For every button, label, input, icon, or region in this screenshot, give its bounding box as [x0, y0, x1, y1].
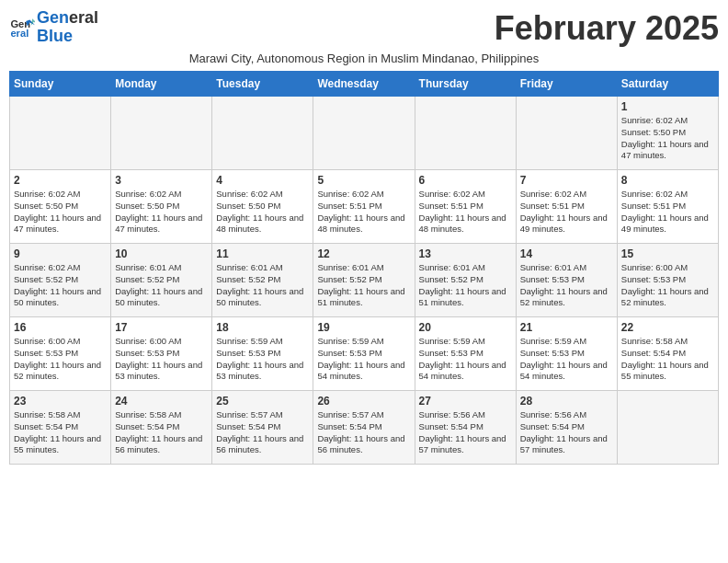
day-info: Sunrise: 6:01 AM Sunset: 5:52 PM Dayligh…: [115, 262, 208, 309]
day-number: 11: [216, 247, 309, 260]
day-info: Sunrise: 5:56 AM Sunset: 5:54 PM Dayligh…: [520, 409, 613, 456]
calendar-cell: [516, 97, 617, 170]
calendar-cell: 7Sunrise: 6:02 AM Sunset: 5:51 PM Daylig…: [516, 170, 617, 244]
day-info: Sunrise: 6:02 AM Sunset: 5:50 PM Dayligh…: [216, 189, 309, 236]
calendar-cell: 1Sunrise: 6:02 AM Sunset: 5:50 PM Daylig…: [617, 97, 718, 170]
calendar-cell: [212, 97, 313, 170]
calendar-cell: 12Sunrise: 6:01 AM Sunset: 5:52 PM Dayli…: [313, 244, 415, 317]
day-info: Sunrise: 6:01 AM Sunset: 5:53 PM Dayligh…: [520, 262, 613, 309]
day-number: 13: [419, 247, 512, 260]
calendar-cell: [415, 97, 516, 170]
header-tuesday: Tuesday: [212, 72, 313, 97]
day-info: Sunrise: 6:00 AM Sunset: 5:53 PM Dayligh…: [621, 262, 714, 309]
day-number: 16: [14, 321, 107, 334]
day-info: Sunrise: 5:57 AM Sunset: 5:54 PM Dayligh…: [216, 409, 309, 456]
day-number: 27: [419, 395, 512, 408]
day-number: 19: [317, 321, 410, 334]
day-number: 17: [115, 321, 208, 334]
day-number: 6: [419, 174, 512, 187]
day-info: Sunrise: 5:59 AM Sunset: 5:53 PM Dayligh…: [317, 336, 410, 383]
calendar-cell: 19Sunrise: 5:59 AM Sunset: 5:53 PM Dayli…: [313, 317, 415, 391]
calendar-cell: [111, 97, 212, 170]
day-info: Sunrise: 6:02 AM Sunset: 5:50 PM Dayligh…: [115, 189, 208, 236]
calendar-cell: 18Sunrise: 5:59 AM Sunset: 5:53 PM Dayli…: [212, 317, 313, 391]
calendar-header: SundayMondayTuesdayWednesdayThursdayFrid…: [10, 72, 719, 97]
day-number: 28: [520, 395, 613, 408]
header-wednesday: Wednesday: [313, 72, 415, 97]
day-number: 24: [115, 395, 208, 408]
calendar-cell: 11Sunrise: 6:01 AM Sunset: 5:52 PM Dayli…: [212, 244, 313, 317]
calendar-cell: 13Sunrise: 6:01 AM Sunset: 5:52 PM Dayli…: [415, 244, 516, 317]
svg-text:eral: eral: [10, 28, 28, 39]
subtitle: Marawi City, Autonomous Region in Muslim…: [9, 52, 719, 65]
calendar-cell: 23Sunrise: 5:58 AM Sunset: 5:54 PM Dayli…: [10, 391, 111, 465]
day-info: Sunrise: 5:56 AM Sunset: 5:54 PM Dayligh…: [419, 409, 512, 456]
day-info: Sunrise: 6:01 AM Sunset: 5:52 PM Dayligh…: [419, 262, 512, 309]
day-number: 8: [621, 174, 714, 187]
header-row: SundayMondayTuesdayWednesdayThursdayFrid…: [10, 72, 719, 97]
calendar-cell: 14Sunrise: 6:01 AM Sunset: 5:53 PM Dayli…: [516, 244, 617, 317]
day-info: Sunrise: 5:57 AM Sunset: 5:54 PM Dayligh…: [317, 409, 410, 456]
calendar-cell: 4Sunrise: 6:02 AM Sunset: 5:50 PM Daylig…: [212, 170, 313, 244]
logo-text2: Blue: [37, 28, 98, 46]
calendar-week-2: 9Sunrise: 6:02 AM Sunset: 5:52 PM Daylig…: [10, 244, 719, 317]
day-info: Sunrise: 5:59 AM Sunset: 5:53 PM Dayligh…: [520, 336, 613, 383]
calendar-cell: 17Sunrise: 6:00 AM Sunset: 5:53 PM Dayli…: [111, 317, 212, 391]
day-number: 18: [216, 321, 309, 334]
day-info: Sunrise: 5:58 AM Sunset: 5:54 PM Dayligh…: [14, 409, 107, 456]
header-saturday: Saturday: [617, 72, 718, 97]
day-info: Sunrise: 6:02 AM Sunset: 5:50 PM Dayligh…: [14, 189, 107, 236]
calendar-cell: 26Sunrise: 5:57 AM Sunset: 5:54 PM Dayli…: [313, 391, 415, 465]
calendar-cell: 27Sunrise: 5:56 AM Sunset: 5:54 PM Dayli…: [415, 391, 516, 465]
day-number: 7: [520, 174, 613, 187]
logo-icon: Gen eral: [9, 15, 35, 40]
day-info: Sunrise: 6:02 AM Sunset: 5:51 PM Dayligh…: [621, 189, 714, 236]
calendar-cell: 2Sunrise: 6:02 AM Sunset: 5:50 PM Daylig…: [10, 170, 111, 244]
day-number: 15: [621, 247, 714, 260]
logo-text: General: [37, 9, 98, 28]
day-number: 5: [317, 174, 410, 187]
calendar-week-4: 23Sunrise: 5:58 AM Sunset: 5:54 PM Dayli…: [10, 391, 719, 465]
day-number: 14: [520, 247, 613, 260]
calendar-cell: 6Sunrise: 6:02 AM Sunset: 5:51 PM Daylig…: [415, 170, 516, 244]
day-info: Sunrise: 5:59 AM Sunset: 5:53 PM Dayligh…: [419, 336, 512, 383]
day-info: Sunrise: 6:02 AM Sunset: 5:51 PM Dayligh…: [317, 189, 410, 236]
calendar-cell: 20Sunrise: 5:59 AM Sunset: 5:53 PM Dayli…: [415, 317, 516, 391]
title-block: February 2025: [495, 9, 719, 48]
day-number: 26: [317, 395, 410, 408]
calendar-cell: 5Sunrise: 6:02 AM Sunset: 5:51 PM Daylig…: [313, 170, 415, 244]
day-number: 21: [520, 321, 613, 334]
calendar-cell: 22Sunrise: 5:58 AM Sunset: 5:54 PM Dayli…: [617, 317, 718, 391]
header-thursday: Thursday: [415, 72, 516, 97]
day-number: 2: [14, 174, 107, 187]
calendar-cell: 15Sunrise: 6:00 AM Sunset: 5:53 PM Dayli…: [617, 244, 718, 317]
month-title: February 2025: [495, 9, 719, 48]
day-info: Sunrise: 6:02 AM Sunset: 5:51 PM Dayligh…: [520, 189, 613, 236]
day-info: Sunrise: 6:01 AM Sunset: 5:52 PM Dayligh…: [216, 262, 309, 309]
day-number: 1: [621, 100, 714, 113]
calendar-cell: 25Sunrise: 5:57 AM Sunset: 5:54 PM Dayli…: [212, 391, 313, 465]
calendar-cell: 16Sunrise: 6:00 AM Sunset: 5:53 PM Dayli…: [10, 317, 111, 391]
calendar-cell: 8Sunrise: 6:02 AM Sunset: 5:51 PM Daylig…: [617, 170, 718, 244]
day-number: 4: [216, 174, 309, 187]
calendar-cell: [10, 97, 111, 170]
header-friday: Friday: [516, 72, 617, 97]
calendar-week-3: 16Sunrise: 6:00 AM Sunset: 5:53 PM Dayli…: [10, 317, 719, 391]
calendar-body: 1Sunrise: 6:02 AM Sunset: 5:50 PM Daylig…: [10, 97, 719, 465]
day-info: Sunrise: 6:02 AM Sunset: 5:51 PM Dayligh…: [419, 189, 512, 236]
header-monday: Monday: [111, 72, 212, 97]
day-info: Sunrise: 5:58 AM Sunset: 5:54 PM Dayligh…: [621, 336, 714, 383]
calendar-cell: 24Sunrise: 5:58 AM Sunset: 5:54 PM Dayli…: [111, 391, 212, 465]
day-info: Sunrise: 5:59 AM Sunset: 5:53 PM Dayligh…: [216, 336, 309, 383]
calendar-cell: 3Sunrise: 6:02 AM Sunset: 5:50 PM Daylig…: [111, 170, 212, 244]
day-number: 20: [419, 321, 512, 334]
day-info: Sunrise: 5:58 AM Sunset: 5:54 PM Dayligh…: [115, 409, 208, 456]
header-sunday: Sunday: [10, 72, 111, 97]
calendar-cell: 9Sunrise: 6:02 AM Sunset: 5:52 PM Daylig…: [10, 244, 111, 317]
day-number: 9: [14, 247, 107, 260]
page-header: Gen eral General Blue February 2025: [9, 9, 719, 48]
day-number: 23: [14, 395, 107, 408]
day-number: 22: [621, 321, 714, 334]
day-number: 25: [216, 395, 309, 408]
logo: Gen eral General Blue: [9, 9, 98, 46]
